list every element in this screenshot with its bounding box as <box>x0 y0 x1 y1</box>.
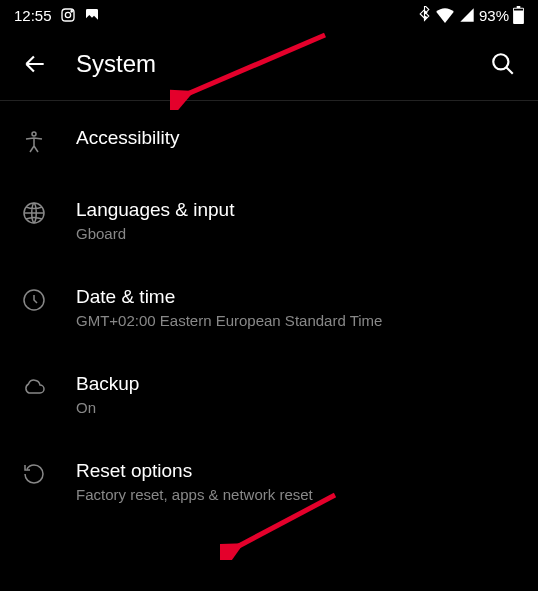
item-reset[interactable]: Reset options Factory reset, apps & netw… <box>0 438 538 525</box>
svg-rect-6 <box>514 9 523 11</box>
image-icon <box>84 7 100 23</box>
item-subtitle: Factory reset, apps & network reset <box>76 486 313 503</box>
svg-point-1 <box>65 12 70 17</box>
instagram-icon <box>60 7 76 23</box>
item-datetime[interactable]: Date & time GMT+02:00 Eastern European S… <box>0 264 538 351</box>
bluetooth-icon <box>418 6 431 24</box>
item-subtitle: GMT+02:00 Eastern European Standard Time <box>76 312 382 329</box>
svg-point-7 <box>493 54 508 69</box>
search-icon[interactable] <box>490 51 516 77</box>
item-title: Reset options <box>76 460 313 482</box>
item-subtitle: On <box>76 399 139 416</box>
battery-percent: 93% <box>479 7 509 24</box>
clock-icon <box>20 286 48 312</box>
signal-icon <box>459 7 475 23</box>
globe-icon <box>20 199 48 225</box>
item-accessibility[interactable]: Accessibility <box>0 105 538 177</box>
back-icon[interactable] <box>22 51 48 77</box>
item-title: Accessibility <box>76 127 179 149</box>
item-title: Date & time <box>76 286 382 308</box>
settings-list: Accessibility Languages & input Gboard D… <box>0 101 538 529</box>
page-title: System <box>76 50 156 78</box>
accessibility-icon <box>20 127 48 155</box>
cloud-icon <box>20 373 48 399</box>
item-languages[interactable]: Languages & input Gboard <box>0 177 538 264</box>
svg-point-2 <box>71 11 72 12</box>
reset-icon <box>20 460 48 486</box>
wifi-icon <box>435 7 455 23</box>
status-time: 12:55 <box>14 7 52 24</box>
svg-point-8 <box>32 132 36 136</box>
item-title: Languages & input <box>76 199 234 221</box>
item-backup[interactable]: Backup On <box>0 351 538 438</box>
item-subtitle: Gboard <box>76 225 234 242</box>
status-bar: 12:55 93% <box>0 0 538 28</box>
svg-rect-5 <box>517 6 521 9</box>
item-title: Backup <box>76 373 139 395</box>
battery-icon <box>513 6 524 24</box>
app-bar: System <box>0 28 538 100</box>
